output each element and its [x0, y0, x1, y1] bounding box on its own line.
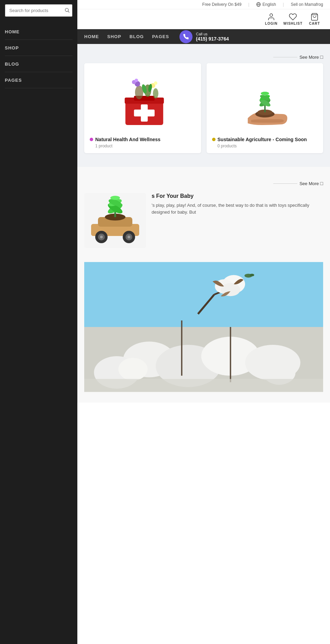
wishlist-label: WISHLIST	[283, 22, 302, 25]
sell-link[interactable]: Sell on Mamafrog	[291, 2, 323, 7]
category-image-agriculture	[207, 63, 323, 132]
divider-1: |	[248, 2, 249, 7]
see-more-label-1: See More	[299, 55, 319, 60]
nav-link-shop[interactable]: SHOP	[107, 34, 121, 39]
arrow-icon-1: □	[320, 54, 323, 60]
user-icon	[267, 13, 275, 21]
search-submit-button[interactable]	[64, 7, 70, 14]
hand-plant-illustration	[207, 63, 323, 132]
sidebar-link-home[interactable]: HOME	[5, 29, 20, 34]
svg-point-14	[153, 88, 158, 99]
svg-point-17	[135, 79, 138, 82]
delivery-text: Free Delivery On $49	[202, 2, 241, 7]
login-label: LOGIN	[265, 22, 278, 25]
blog-excerpt-baby: 's play, play, play! And, of course, the…	[152, 202, 323, 215]
category-card-body-health: Natural Health And Wellness 1 product	[84, 132, 201, 153]
cart-label: CART	[309, 22, 320, 25]
call-info: Call us (415) 917-3764	[196, 32, 229, 42]
svg-line-1	[68, 11, 69, 12]
category-count-agriculture: 0 products	[212, 144, 318, 148]
svg-point-60	[250, 274, 254, 276]
call-label: Call us	[196, 32, 229, 36]
category-dot-agriculture	[212, 138, 216, 141]
category-title-health: Natural Health And Wellness	[90, 137, 196, 142]
see-more-line-2	[273, 183, 297, 184]
blog-title-baby: s For Your Baby	[152, 193, 323, 199]
sidebar-nav: HOME SHOP BLOG PAGES	[0, 24, 77, 88]
sidebar-search-container	[5, 4, 73, 17]
globe-icon	[256, 2, 261, 7]
language-selector[interactable]: English	[256, 2, 276, 7]
cotton-field-illustration	[84, 258, 323, 396]
sidebar-item-blog[interactable]: BLOG	[5, 56, 73, 72]
category-card-health[interactable]: Natural Health And Wellness 1 product	[84, 63, 201, 153]
search-input[interactable]	[5, 4, 73, 17]
svg-point-44	[110, 196, 120, 200]
cart-icon	[310, 13, 319, 21]
see-more-line	[273, 57, 297, 57]
svg-rect-45	[84, 262, 323, 327]
heart-icon	[289, 13, 297, 21]
svg-point-61	[118, 358, 147, 381]
category-card-agriculture[interactable]: Sustainable Agriculture - Coming Soon 0 …	[207, 63, 323, 153]
divider-2: |	[283, 2, 284, 7]
call-button[interactable]	[179, 30, 192, 43]
top-bar: Free Delivery On $49 | English | Sell on…	[77, 0, 330, 9]
category-card-body-agriculture: Sustainable Agriculture - Coming Soon 0 …	[207, 132, 323, 153]
svg-point-5	[270, 14, 273, 16]
category-name-health: Natural Health And Wellness	[95, 137, 161, 142]
nav-bar: HOME SHOP BLOG PAGES Call us (415) 917-3…	[77, 29, 330, 44]
svg-point-29	[261, 92, 269, 95]
login-button[interactable]: LOGIN	[263, 13, 280, 25]
svg-rect-9	[134, 110, 155, 116]
blog-article-baby: s For Your Baby 's play, play, play! And…	[84, 190, 323, 251]
svg-rect-63	[84, 379, 323, 392]
nav-link-blog[interactable]: BLOG	[130, 34, 144, 39]
category-grid-1: Natural Health And Wellness 1 product	[84, 63, 323, 160]
header-icons: LOGIN WISHLIST CART	[77, 9, 330, 29]
blog-image-baby	[84, 193, 146, 248]
sidebar-link-pages[interactable]: PAGES	[5, 78, 22, 83]
wishlist-button[interactable]: WISHLIST	[283, 13, 302, 25]
svg-point-0	[65, 8, 68, 11]
sidebar-overlay: ✕ HOME SHOP BLOG PAGES	[0, 0, 77, 644]
svg-point-37	[128, 236, 130, 238]
nav-links: HOME SHOP BLOG PAGES	[84, 29, 169, 44]
category-title-agriculture: Sustainable Agriculture - Coming Soon	[212, 137, 318, 142]
sidebar-link-blog[interactable]: BLOG	[5, 61, 19, 67]
svg-point-19	[154, 81, 157, 85]
see-more-row-1: See More □	[84, 51, 323, 63]
sidebar-link-shop[interactable]: SHOP	[5, 45, 19, 50]
see-more-label-2: See More	[299, 181, 319, 186]
phone-number: (415) 917-3764	[196, 36, 229, 42]
sidebar-item-shop[interactable]: SHOP	[5, 40, 73, 56]
blog-text-baby: s For Your Baby 's play, play, play! And…	[152, 193, 323, 248]
nav-link-home[interactable]: HOME	[84, 34, 99, 39]
arrow-icon-2: □	[320, 181, 323, 186]
sidebar-item-home[interactable]: HOME	[5, 24, 73, 40]
search-icon	[64, 7, 70, 13]
categories-section-2: See More □	[77, 167, 330, 403]
first-aid-illustration	[84, 63, 201, 132]
categories-section-1: See More □	[77, 44, 330, 167]
category-count-health: 1 product	[90, 144, 196, 148]
call-us-section: Call us (415) 917-3764	[179, 30, 229, 43]
sidebar-item-pages[interactable]: PAGES	[5, 72, 73, 88]
see-more-row-2: See More □	[84, 177, 323, 190]
language-label: English	[262, 2, 276, 7]
category-dot-health	[90, 138, 93, 141]
toy-car-illustration	[84, 193, 146, 248]
phone-icon	[183, 34, 189, 40]
category-image-health	[84, 63, 201, 132]
see-more-link-2[interactable]: See More □	[299, 181, 323, 186]
svg-point-34	[100, 236, 103, 238]
see-more-link-1[interactable]: See More □	[299, 54, 323, 60]
nav-link-pages[interactable]: PAGES	[152, 34, 169, 39]
category-name-agriculture: Sustainable Agriculture - Coming Soon	[218, 137, 307, 142]
cotton-image-block	[84, 258, 323, 396]
cart-button[interactable]: CART	[306, 13, 323, 25]
main-content: Free Delivery On $49 | English | Sell on…	[77, 0, 330, 644]
